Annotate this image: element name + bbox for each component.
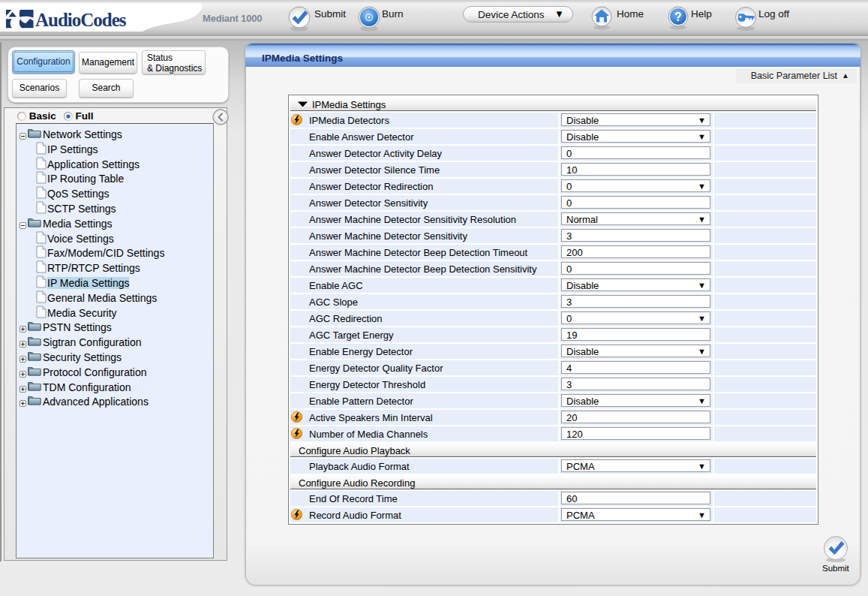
svg-text:?: ? <box>674 11 682 23</box>
